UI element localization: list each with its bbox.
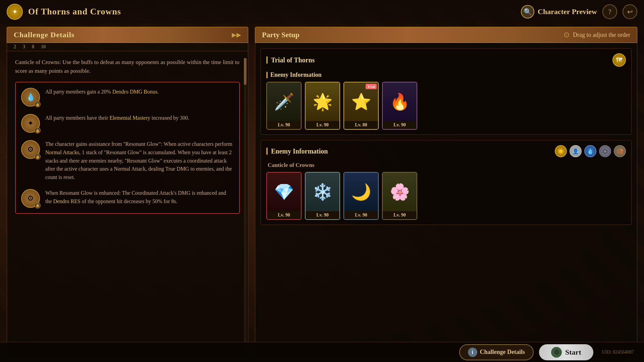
bottom-bar: i Challenge Details ⊙ Start UID: 8245640… — [0, 342, 644, 362]
score-3: 3 — [23, 44, 25, 50]
accent-bar-2 — [266, 147, 268, 155]
canticle-title-row: Enemy Information — [266, 147, 328, 155]
char-card-3[interactable]: Trial ⭐ Lv. 80 — [343, 82, 379, 130]
char-card-2[interactable]: 🌟 Lv. 90 — [305, 82, 340, 130]
game-logo: ✦ — [7, 4, 23, 20]
dendro-dmg-bonus: Dendro DMG Bonus — [112, 89, 157, 95]
elem-icon-3: 💧 — [584, 145, 596, 157]
char-img-3: Trial ⭐ — [344, 82, 378, 121]
char-card-5[interactable]: 💎 Lv. 90 — [266, 172, 302, 220]
canticle-cards: 💎 Lv. 90 ❄️ Lv. 90 🌙 — [266, 172, 626, 220]
party-setup-header: Party Setup ⊙ Drag to adjust the order — [255, 27, 637, 43]
character-preview-button[interactable]: 🔍 Character Preview — [521, 5, 597, 18]
char-img-2: 🌟 — [306, 82, 339, 121]
back-icon: ↩ — [627, 8, 633, 16]
char-preview-label: Character Preview — [538, 7, 597, 16]
canticle-of-crowns-section: Enemy Information ☀️ 👤 💧 ⬡ 🍂 Canticle of… — [261, 140, 632, 225]
lock-icon-4: 🔒 — [35, 202, 41, 208]
buff-icon-4: ⚙ 🔒 — [21, 189, 40, 208]
char-img-6: ❄️ — [306, 173, 339, 211]
uid-display: UID: 824564087 — [602, 350, 634, 355]
left-panel: Challenge Details ▶▶ 2 3 8 10 Canticle o… — [7, 27, 248, 359]
trial-title-row: Trial of Thorns — [266, 56, 315, 64]
elem-icon-4: ⬡ — [599, 145, 611, 157]
char-img-4: 🔥 — [383, 82, 417, 121]
buff-item-2: ✦ 🔒 All party members have their Element… — [21, 114, 234, 133]
trial-of-thorns-title: Trial of Thorns — [271, 56, 315, 64]
start-button[interactable]: ⊙ Start — [539, 344, 593, 360]
enemy-icons-row: ☀️ 👤 💧 ⬡ 🍂 — [555, 145, 626, 157]
char-level-1: Lv. 90 — [267, 121, 301, 129]
char-level-8: Lv. 90 — [383, 211, 417, 219]
char-card-7[interactable]: 🌙 Lv. 90 — [343, 172, 379, 220]
enemy-info-button-trial[interactable]: 🗺 — [612, 53, 626, 67]
trial-of-thorns-header: Trial of Thorns 🗺 — [266, 53, 626, 67]
challenge-content: Canticle of Crowns: Use the buffs to def… — [7, 51, 248, 359]
enemy-information-label-trial: Enemy Information — [270, 71, 322, 78]
buff-text-2: All party members have their Elemental M… — [45, 114, 234, 122]
normal-attacks: Normal Attacks — [45, 149, 79, 155]
buff-text-4: When Resonant Glow is enhanced: The Coor… — [45, 189, 234, 206]
search-icon: 🔍 — [521, 5, 534, 18]
char-img-5: 💎 — [267, 173, 301, 211]
trial-of-thorns-section: Trial of Thorns 🗺 Enemy Information 🗡️ — [261, 48, 632, 135]
lock-icon-2: 🔒 — [35, 127, 41, 133]
enemy-info-accent — [266, 72, 268, 78]
scroll-track[interactable] — [244, 58, 247, 352]
party-content: Trial of Thorns 🗺 Enemy Information 🗡️ — [255, 43, 637, 359]
buff-item-4: ⚙ 🔒 When Resonant Glow is enhanced: The … — [21, 189, 234, 208]
help-button[interactable]: ? — [602, 4, 617, 19]
buff-icon-1: 💧 🔒 — [21, 88, 40, 107]
buff-list: 💧 🔒 All party members gain a 20% Dendro … — [15, 82, 240, 214]
topbar: ✦ Of Thorns and Crowns 🔍 Character Previ… — [0, 0, 644, 23]
challenge-details-header: Challenge Details ▶▶ — [7, 27, 248, 43]
char-card-8[interactable]: 🌸 Lv. 90 — [382, 172, 417, 220]
topbar-right: 🔍 Character Preview ? ↩ — [521, 4, 637, 19]
drag-label: Drag to adjust the order — [573, 32, 630, 39]
char-level-3: Lv. 80 — [344, 121, 378, 129]
elem-icon-5: 🍂 — [614, 145, 626, 157]
challenge-details-button[interactable]: i Challenge Details — [459, 344, 534, 360]
back-button[interactable]: ↩ — [623, 4, 637, 19]
score-2: 2 — [14, 44, 16, 50]
start-label: Start — [565, 348, 581, 357]
buff-icon-2: ✦ 🔒 — [21, 114, 40, 133]
party-setup-title: Party Setup — [262, 31, 300, 39]
drag-info: ⊙ Drag to adjust the order — [564, 31, 630, 39]
page-title: Of Thorns and Crowns — [28, 7, 521, 17]
char-img-8: 🌸 — [383, 173, 417, 211]
accent-bar — [266, 56, 268, 64]
char-card-1[interactable]: 🗡️ Lv. 90 — [266, 82, 302, 130]
elem-icon-1: ☀️ — [555, 145, 567, 157]
challenge-details-btn-label: Challenge Details — [480, 349, 525, 356]
scroll-thumb[interactable] — [244, 58, 247, 85]
lock-icon-3: 🔒 — [35, 154, 41, 160]
elem-icon-2: 👤 — [570, 145, 582, 157]
challenge-description: Canticle of Crowns: Use the buffs to def… — [15, 58, 240, 75]
buff-item-3: ⚙ 🔒 The character gains assistance from … — [21, 140, 234, 182]
char-level-4: Lv. 90 — [383, 121, 417, 129]
question-icon: ? — [608, 8, 611, 16]
challenge-section-name: Canticle of Crowns — [266, 162, 626, 169]
buff-item-1: 💧 🔒 All party members gain a 20% Dendro … — [21, 88, 234, 107]
char-level-7: Lv. 90 — [344, 211, 378, 219]
score-8: 8 — [32, 44, 34, 50]
char-level-6: Lv. 90 — [306, 211, 339, 219]
canticle-header: Enemy Information ☀️ 👤 💧 ⬡ 🍂 — [266, 145, 626, 157]
canticle-title: Enemy Information — [271, 147, 328, 155]
dendro-res: Dendro RES — [53, 198, 80, 204]
challenge-details-title: Challenge Details — [14, 31, 74, 39]
info-icon: i — [468, 348, 477, 357]
char-img-7: 🌙 — [344, 173, 378, 211]
right-panel: Party Setup ⊙ Drag to adjust the order T… — [255, 27, 637, 359]
char-card-4[interactable]: 🔥 Lv. 90 — [382, 82, 417, 130]
start-icon: ⊙ — [551, 347, 562, 358]
char-level-5: Lv. 90 — [267, 211, 301, 219]
char-card-6[interactable]: ❄️ Lv. 90 — [305, 172, 340, 220]
expand-icon: ▶▶ — [232, 31, 241, 39]
score-10: 10 — [41, 44, 46, 50]
score-bar: 2 3 8 10 — [7, 43, 248, 51]
lock-icon-1: 🔒 — [35, 101, 41, 107]
trial-badge: Trial — [366, 84, 377, 89]
buff-text-3: The character gains assistance from "Res… — [45, 140, 234, 182]
